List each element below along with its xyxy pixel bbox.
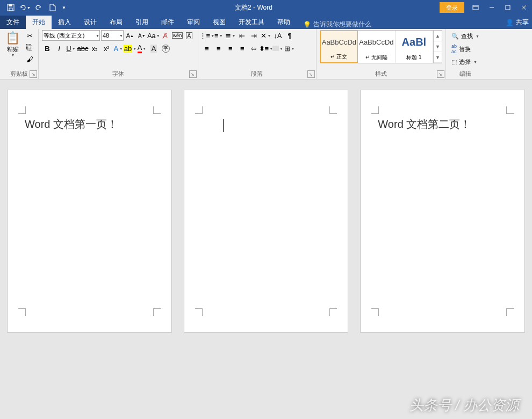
- tab-developer[interactable]: 开发工具: [232, 16, 271, 29]
- margin-corner-icon: [506, 106, 514, 114]
- paste-button[interactable]: 📋 粘贴 ▼: [3, 30, 22, 58]
- login-button[interactable]: 登录: [440, 2, 464, 13]
- tab-design[interactable]: 设计: [77, 16, 103, 29]
- underline-button[interactable]: U▼: [66, 43, 76, 54]
- lightbulb-icon: 💡: [303, 21, 311, 28]
- shrink-font-button[interactable]: A▼: [136, 30, 147, 41]
- phonetic-button[interactable]: wén: [172, 30, 183, 41]
- qat-customize-button[interactable]: ▼: [60, 1, 68, 14]
- char-shading-button[interactable]: A: [148, 43, 159, 54]
- change-case-button[interactable]: Aa▼: [148, 30, 159, 41]
- undo-button[interactable]: ▼: [18, 1, 31, 14]
- align-right-button[interactable]: ≡: [225, 43, 236, 54]
- shading-button[interactable]: ▼: [272, 43, 283, 54]
- style-expand[interactable]: ▼: [434, 52, 442, 63]
- show-marks-button[interactable]: ¶: [284, 30, 295, 41]
- replace-button[interactable]: abac替换: [449, 43, 481, 55]
- page-2[interactable]: [184, 90, 348, 332]
- highlight-button[interactable]: ab▼: [125, 43, 135, 54]
- tab-insert[interactable]: 插入: [52, 16, 77, 29]
- minimize-button[interactable]: [484, 0, 500, 15]
- font-size-combo[interactable]: ▼: [101, 30, 124, 41]
- font-name-combo[interactable]: ▼: [42, 30, 100, 41]
- italic-button[interactable]: I: [54, 43, 64, 54]
- distribute-button[interactable]: ⬄: [249, 43, 260, 54]
- styles-launcher[interactable]: ↘: [437, 70, 444, 78]
- style-nospacing[interactable]: AaBbCcDd ↵ 无间隔: [358, 31, 396, 63]
- page-content[interactable]: Word 文档第一页！: [25, 117, 154, 132]
- select-button[interactable]: ⬚选择▼: [449, 56, 481, 68]
- tab-file[interactable]: 文件: [0, 16, 26, 29]
- margin-corner-icon: [195, 308, 203, 316]
- tab-help[interactable]: 帮助: [271, 16, 297, 29]
- subscript-button[interactable]: x₂: [89, 43, 100, 54]
- close-button[interactable]: [516, 0, 532, 15]
- bold-button[interactable]: B: [42, 43, 53, 54]
- margin-corner-icon: [329, 106, 337, 114]
- ribbon-display-button[interactable]: [468, 0, 484, 15]
- increase-indent-button[interactable]: ⇥: [249, 30, 260, 41]
- tab-layout[interactable]: 布局: [103, 16, 129, 29]
- save-button[interactable]: [4, 1, 17, 14]
- title-bar: ▼ ▼ 文档2 - Word 登录: [0, 0, 532, 15]
- page-1[interactable]: Word 文档第一页！: [8, 90, 171, 332]
- redo-button[interactable]: [32, 1, 45, 14]
- char-border-button[interactable]: A: [184, 30, 195, 41]
- page-content[interactable]: Word 文档第二页！: [378, 117, 507, 132]
- margin-corner-icon: [371, 308, 379, 316]
- style-scroll-up[interactable]: ▲: [434, 31, 442, 41]
- group-paragraph: ⋮≡▼ ≡▼ ≣▼ ⇤ ⇥ ✕▼ ↓A ¶ ≡ ≡ ≡ ≡ ⬄ ⬍≡▼ ▼: [198, 29, 317, 79]
- clipboard-launcher[interactable]: ↘: [30, 70, 37, 78]
- font-color-button[interactable]: A▼: [136, 43, 147, 54]
- borders-button[interactable]: ⊞▼: [284, 43, 295, 54]
- document-canvas[interactable]: Word 文档第一页！ Word 文档第二页！: [0, 80, 532, 419]
- share-button[interactable]: 👤 共享: [506, 16, 529, 29]
- margin-corner-icon: [195, 106, 203, 114]
- paragraph-launcher[interactable]: ↘: [307, 70, 315, 78]
- tell-me-search[interactable]: 💡 告诉我你想要做什么: [303, 20, 371, 29]
- multilevel-button[interactable]: ≣▼: [225, 30, 236, 41]
- numbering-button[interactable]: ≡▼: [213, 30, 224, 41]
- copy-button[interactable]: ⿻: [24, 42, 35, 53]
- grow-font-button[interactable]: A▲: [125, 30, 135, 41]
- group-font: ▼ ▼ A▲ A▼ Aa▼ A̸ wén A B I U▼ abc x₂ x² …: [39, 29, 198, 79]
- strikethrough-button[interactable]: abc: [77, 43, 88, 54]
- group-editing: 🔍查找▼ abac替换 ⬚选择▼ 编辑: [446, 29, 485, 79]
- copy-icon: ⿻: [26, 44, 33, 52]
- align-center-button[interactable]: ≡: [213, 43, 224, 54]
- tab-home[interactable]: 开始: [26, 16, 52, 29]
- tab-review[interactable]: 审阅: [181, 16, 206, 29]
- format-painter-button[interactable]: 🖌: [24, 54, 35, 64]
- tab-mailings[interactable]: 邮件: [155, 16, 181, 29]
- superscript-button[interactable]: x²: [101, 43, 112, 54]
- watermark: 头条号 / 办公资源: [409, 396, 519, 415]
- style-scroll-down[interactable]: ▼: [434, 41, 442, 52]
- tab-references[interactable]: 引用: [129, 16, 155, 29]
- enclose-char-button[interactable]: 字: [160, 43, 171, 54]
- style-heading1[interactable]: AaBl 标题 1: [396, 31, 433, 63]
- cut-button[interactable]: ✂: [24, 30, 35, 41]
- decrease-indent-button[interactable]: ⇤: [237, 30, 248, 41]
- new-doc-button[interactable]: [46, 1, 59, 14]
- page-3[interactable]: Word 文档第二页！: [361, 90, 524, 332]
- svg-rect-6: [506, 5, 510, 10]
- text-effects-button[interactable]: A▼: [113, 43, 124, 54]
- font-launcher[interactable]: ↘: [189, 70, 197, 78]
- justify-button[interactable]: ≡: [237, 43, 248, 54]
- bullets-button[interactable]: ⋮≡▼: [202, 30, 212, 41]
- sort-button[interactable]: ↓A: [272, 30, 283, 41]
- tell-me-placeholder: 告诉我你想要做什么: [313, 20, 371, 29]
- find-button[interactable]: 🔍查找▼: [449, 30, 481, 42]
- tab-view[interactable]: 视图: [206, 16, 232, 29]
- maximize-button[interactable]: [500, 0, 516, 15]
- style-gallery: AaBbCcDd ↵ 正文 AaBbCcDd ↵ 无间隔 AaBl 标题 1 ▲…: [320, 30, 442, 63]
- document-title: 文档2 - Word: [68, 3, 440, 12]
- style-normal[interactable]: AaBbCcDd ↵ 正文: [320, 31, 358, 63]
- align-left-button[interactable]: ≡: [202, 43, 212, 54]
- asian-layout-button[interactable]: ✕▼: [261, 30, 271, 41]
- line-spacing-button[interactable]: ⬍≡▼: [261, 43, 271, 54]
- margin-corner-icon: [153, 308, 161, 316]
- clear-format-button[interactable]: A̸: [160, 30, 171, 41]
- group-styles: AaBbCcDd ↵ 正文 AaBbCcDd ↵ 无间隔 AaBl 标题 1 ▲…: [317, 29, 446, 79]
- paste-icon: 📋: [5, 31, 20, 45]
